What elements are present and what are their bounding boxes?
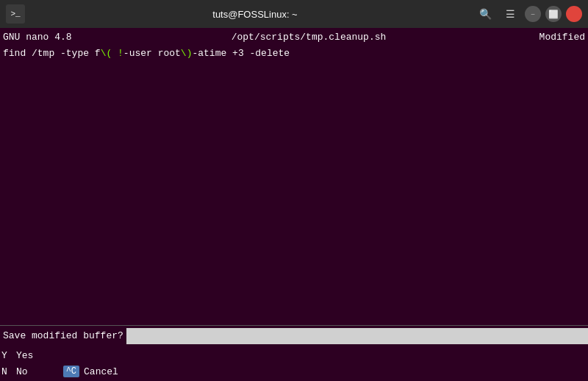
title-bar: >_ tuts@FOSSLinux: ~ 🔍 ☰ – ⬜ ✕ [0,0,588,28]
code-segment-4: \) [181,47,193,60]
window-controls: 🔍 ☰ – ⬜ ✕ [475,4,582,24]
code-segment-5: -atime +3 -delete [192,47,290,60]
editor-spacer [0,62,588,319]
window-title: tuts@FOSSLinux: ~ [35,9,475,20]
cancel-shortcut: ^C [63,366,79,377]
close-button[interactable]: ✕ [566,6,582,22]
menu-button[interactable]: ☰ [500,4,520,24]
nano-filename: /opt/scripts/tmp.cleanup.sh [121,32,497,43]
title-bar-left: >_ [6,4,35,24]
save-prompt-text: Save modified buffer? [0,330,126,341]
terminal-icon: >_ [6,4,25,24]
code-segment-2: \( ! [101,47,123,60]
no-label: No [13,366,28,377]
nano-version: GNU nano 4.8 [3,32,121,43]
nano-header: GNU nano 4.8 /opt/scripts/tmp.cleanup.sh… [0,28,588,46]
nano-status: Modified [497,32,585,43]
minimize-button[interactable]: – [525,6,541,22]
save-prompt-input[interactable] [126,328,588,344]
yes-label: Yes [13,350,33,361]
code-segment-3: -user root [123,47,181,60]
yes-key: Y [1,350,13,361]
options-bar: Y Yes N No ^C Cancel [0,346,588,381]
option-yes-row: Y Yes [0,347,588,363]
cancel-label: Cancel [81,366,118,377]
code-segment-1: find /tmp -type f [3,47,101,60]
no-key: N [1,366,13,377]
maximize-button[interactable]: ⬜ [545,6,562,22]
option-no-row: N No ^C Cancel [0,363,588,380]
save-prompt-bar: Save modified buffer? [0,325,588,346]
code-line-1: find /tmp -type f \( ! -user root \) -at… [3,47,585,60]
bottom-section: Save modified buffer? Y Yes N No ^C Canc… [0,325,588,381]
search-button[interactable]: 🔍 [475,4,495,24]
editor-area[interactable]: find /tmp -type f \( ! -user root \) -at… [0,46,588,62]
